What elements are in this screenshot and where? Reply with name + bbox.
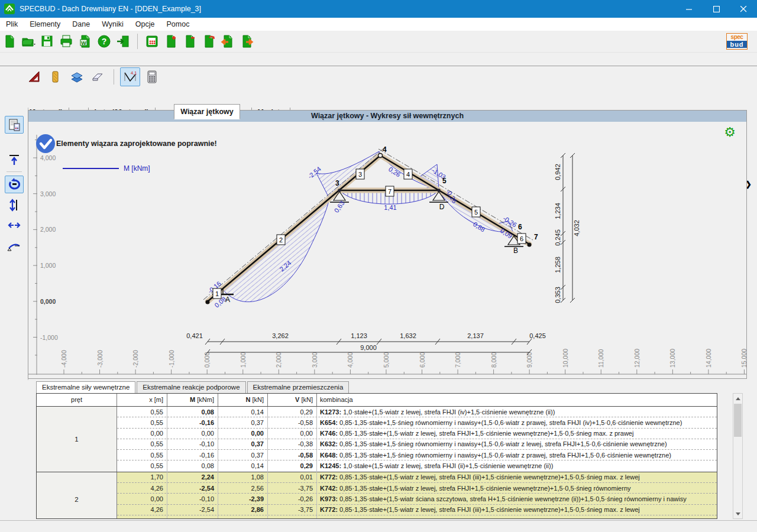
cell-kombinacja: K1245: 1,0·stałe+(1,5·wiatr z lewej, str… <box>317 460 717 471</box>
cell-m: 0,08 <box>167 407 218 417</box>
table-tab-ekstremalne-reakcje-podporowe[interactable]: Ekstremalne reakcje podporowe <box>137 381 245 394</box>
status-message: Elementy wiązara zaprojektowane poprawni… <box>56 140 217 148</box>
svg-text:5: 5 <box>474 209 478 216</box>
copy-element-button[interactable] <box>200 33 218 50</box>
svg-text:7: 7 <box>534 233 538 241</box>
help-button[interactable]: ? <box>95 33 113 50</box>
svg-text:1,41: 1,41 <box>384 204 396 211</box>
table-row[interactable]: 0,550,080,140,29K1245: 1,0·stałe+(1,5·wi… <box>117 460 717 471</box>
table-row[interactable]: 0,000,000,000,00K746: 0,85·1,35·stałe+(1… <box>117 429 717 439</box>
table-row[interactable]: 0,55-0,160,37-0,58K648: 0,85·1,35·stałe+… <box>117 450 717 460</box>
remove-element-icon <box>182 34 198 49</box>
scroll-down-button[interactable] <box>733 509 742 518</box>
member-rows: 0,550,080,140,29K1273: 1,0·stałe+(1,5·wi… <box>117 407 717 472</box>
menu-item-elementy[interactable]: Elementy <box>24 18 66 31</box>
table-row[interactable]: 0,00-0,050,11-3,67K778: 0,85·1,35·stałe+… <box>117 515 717 519</box>
eraser-button[interactable] <box>89 68 108 86</box>
report-table-button[interactable] <box>143 33 161 50</box>
toolbar-separator <box>7 171 22 172</box>
add-element-button[interactable] <box>162 33 180 50</box>
svg-text:4,1: 4,1 <box>131 70 137 76</box>
cell-kombinacja: K648: 0,85·1,35·stałe+1,5·śnieg równomie… <box>317 450 717 460</box>
col-kombinacja: kombinacja <box>317 394 717 406</box>
scrollbar-thumb[interactable] <box>734 404 742 437</box>
next-element-button[interactable] <box>238 33 255 50</box>
print-icon <box>59 34 74 49</box>
table-row[interactable]: 4,26-2,542,86-3,75K772: 0,85·1,35·stałe+… <box>117 505 717 515</box>
table-tab-ekstremalne-si-y-wewn-trzne[interactable]: Ekstremalne siły wewnętrzne <box>36 381 135 394</box>
logo-bottom: bud <box>727 41 747 48</box>
cell-kombinacja: K772: 0,85·1,35·stałe+(1,5·wiatr z lewej… <box>317 472 717 482</box>
main-toolbar: W? <box>0 31 757 53</box>
svg-text:2,000: 2,000 <box>40 226 56 233</box>
set-square-button[interactable] <box>25 68 44 86</box>
cell-x: 0,55 <box>117 450 167 460</box>
fit-vertical-button[interactable] <box>5 197 23 213</box>
remove-element-button[interactable] <box>181 33 199 50</box>
deflection-button[interactable] <box>5 237 23 254</box>
menu-item-dane[interactable]: Dane <box>66 18 96 31</box>
structure-3d-icon <box>69 69 85 85</box>
svg-text:10,000: 10,000 <box>562 349 569 368</box>
table-row[interactable]: 0,55-0,100,37-0,38K632: 0,85·1,35·stałe+… <box>117 439 717 450</box>
svg-text:0,353: 0,353 <box>554 287 561 303</box>
cell-n: 0,14 <box>218 460 268 471</box>
scroll-up-button[interactable] <box>733 394 742 403</box>
new-file-button[interactable] <box>1 33 18 50</box>
moment-diagram-button[interactable]: 4,1 <box>120 67 140 86</box>
table-row[interactable]: 0,55-0,160,37-0,58K654: 0,85·1,35·stałe+… <box>117 417 717 428</box>
exit-icon <box>115 34 131 49</box>
print-button[interactable] <box>57 33 75 50</box>
table-scrollbar[interactable] <box>733 393 743 519</box>
save-file-button[interactable] <box>38 33 56 50</box>
cell-kombinacja: K1273: 1,0·stałe+(1,5·wiatr z lewej, str… <box>317 407 717 417</box>
cell-m: 0,08 <box>167 460 218 471</box>
table-row[interactable]: 0,00-0,10-2,39-0,26K973: 0,85·1,35·stałe… <box>117 494 717 504</box>
fit-top-button[interactable] <box>5 151 23 168</box>
svg-text:4,000: 4,000 <box>40 154 56 161</box>
settings-gear-icon[interactable]: ⚙ <box>724 126 736 139</box>
tab-wi-zar-j-tkowy[interactable]: Wiązar jętkowy <box>174 104 240 119</box>
report-preview-button[interactable] <box>5 116 24 134</box>
cell-m: 2,24 <box>167 472 218 482</box>
svg-text:1,234: 1,234 <box>554 203 561 219</box>
open-file-button[interactable] <box>20 33 37 50</box>
menu-item-wyniki[interactable]: Wyniki <box>96 18 130 31</box>
svg-text:2,000: 2,000 <box>275 352 282 368</box>
member-rows: 1,702,241,080,01K772: 0,85·1,35·stałe+(1… <box>117 472 717 519</box>
cell-x: 0,55 <box>117 417 167 428</box>
moment-diagram-icon: 4,1 <box>122 69 138 85</box>
timber-section-button[interactable] <box>46 68 65 86</box>
table-tab-ekstremalne-przemieszczenia[interactable]: Ekstremalne przemieszczenia <box>247 381 350 394</box>
exit-button[interactable] <box>114 33 132 50</box>
svg-text:1,123: 1,123 <box>351 332 367 339</box>
export-word-button[interactable]: W <box>76 33 94 50</box>
refresh-button[interactable] <box>5 176 24 193</box>
cell-v: -3,75 <box>268 483 317 494</box>
col-pret: pręt <box>37 394 117 406</box>
svg-text:0,245: 0,245 <box>554 229 561 246</box>
menu-item-plik[interactable]: Plik <box>0 18 24 31</box>
maximize-button[interactable] <box>703 0 730 18</box>
close-button[interactable] <box>730 0 757 18</box>
table-row[interactable]: 0,550,080,140,29K1273: 1,0·stałe+(1,5·wi… <box>117 407 717 417</box>
svg-text:4,032: 4,032 <box>573 220 580 236</box>
menu-item-opcje[interactable]: Opcje <box>130 18 161 31</box>
cell-v: -3,75 <box>268 504 317 515</box>
cell-v: 0,00 <box>268 428 317 439</box>
table-row[interactable]: 1,702,241,080,01K772: 0,85·1,35·stałe+(1… <box>117 472 717 483</box>
cell-m: 0,00 <box>167 428 218 439</box>
col-x: x [m] <box>117 394 167 406</box>
svg-text:1,000: 1,000 <box>240 352 247 368</box>
menu-item-pomoc[interactable]: Pomoc <box>161 18 196 31</box>
fit-horizontal-button[interactable] <box>5 217 23 233</box>
prev-element-button[interactable] <box>219 33 237 50</box>
diagram-panel: Wiązar jętkowy - Wykresy sił wewnętrznyc… <box>28 110 747 379</box>
table-row[interactable]: 4,26-2,542,56-3,75K742: 0,85·1,35·stałe+… <box>117 483 717 494</box>
svg-text:3,000: 3,000 <box>311 352 318 368</box>
cell-n: 2,86 <box>218 504 268 515</box>
calculator-button[interactable] <box>143 68 161 86</box>
toolbar-separator <box>114 69 114 85</box>
minimize-button[interactable] <box>675 0 703 18</box>
structure-3d-button[interactable] <box>67 68 86 86</box>
